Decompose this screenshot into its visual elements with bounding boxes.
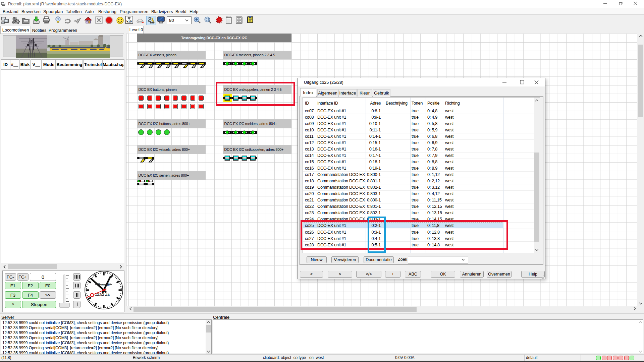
svg-text:!: ! (218, 18, 220, 22)
svg-text:?: ? (57, 18, 59, 21)
svg-text:WiO: WiO (126, 20, 131, 23)
